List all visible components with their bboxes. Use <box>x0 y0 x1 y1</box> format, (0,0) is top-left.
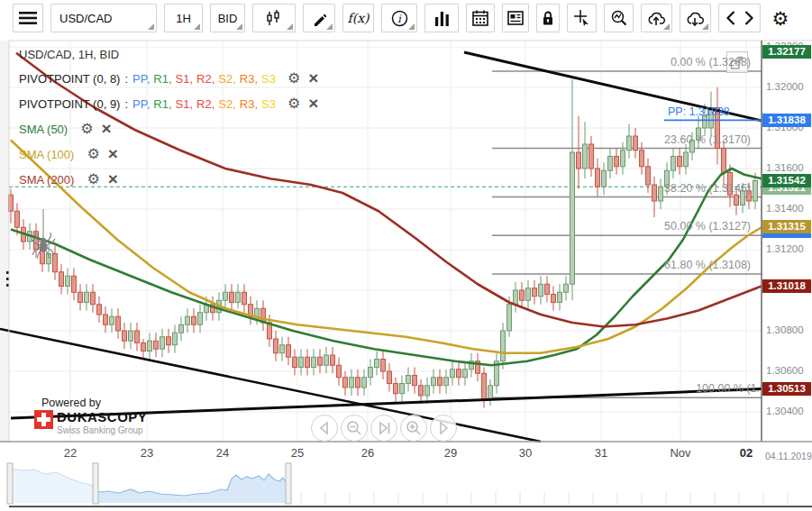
brand-name: DUKASCOPY <box>57 410 147 424</box>
sma100-settings-icon[interactable]: ⚙ <box>87 147 99 161</box>
price-side-label: BID <box>218 12 238 25</box>
dukascopy-chart-app: USD/CAD 1H BID f(x) <box>0 0 812 511</box>
chart-type-candles-icon <box>265 10 283 26</box>
price-axis-label: 1.31200 <box>766 243 804 254</box>
news-icon <box>507 11 524 25</box>
time-axis-label: 22 <box>50 446 90 460</box>
indicator-row-pivot-1: PIVOTPOINT (0, 8) : PP,R1,S1,R2,S2,R3,S3… <box>19 71 318 86</box>
menu-button[interactable] <box>13 4 43 32</box>
chart-type-button[interactable] <box>252 4 296 32</box>
svg-text:i: i <box>397 13 402 25</box>
chart-zoom-icon <box>611 10 627 26</box>
pivot-level-r1: R1, <box>153 72 171 86</box>
indicator-row-sma200: SMA (200) ⚙ × <box>19 172 318 187</box>
cloud-download-button[interactable] <box>680 4 711 32</box>
crosshair-button[interactable] <box>567 4 597 32</box>
calendar-icon <box>472 10 488 26</box>
pivot-level-r1: R1, <box>153 97 171 111</box>
lock-button[interactable] <box>536 4 560 32</box>
price-badge: 1.30513 <box>762 382 811 396</box>
price-axis-label: 1.30800 <box>766 324 804 335</box>
sma200-remove-icon[interactable]: × <box>108 173 118 186</box>
pivot-pp-label: PP: 1.31838 <box>668 105 730 118</box>
sma50-remove-icon[interactable]: × <box>102 123 112 135</box>
price-badge: 1.31838 <box>762 114 811 127</box>
step-back-button[interactable] <box>311 415 338 442</box>
sma200-settings-icon[interactable]: ⚙ <box>87 172 99 187</box>
zoom-out-button[interactable] <box>341 415 368 442</box>
pivot-level-s2: S2, <box>218 97 236 111</box>
settings-gear-icon: ⚙ <box>772 9 789 28</box>
prev-icon[interactable] <box>726 11 735 25</box>
pivot-level-r2: R2, <box>196 72 214 86</box>
pivot-level-s3: S3 <box>261 72 276 86</box>
pivot-levels: PP,R1,S1,R2,S2,R3,S3 <box>132 72 279 86</box>
chart-legend: USD/CAD, 1H, BID PIVOTPOINT (0, 8) : PP,… <box>19 48 318 197</box>
minimap-handle[interactable] <box>93 463 98 504</box>
lock-icon <box>541 10 555 26</box>
minimap-handle[interactable] <box>7 463 13 504</box>
cloud-upload-icon <box>648 11 666 26</box>
pivot1-settings-icon[interactable]: ⚙ <box>287 71 300 86</box>
fib-label: 61.80 % (1.3108) <box>664 259 751 271</box>
time-axis-label: Nov <box>661 446 700 460</box>
time-axis-label: 25 <box>278 446 317 460</box>
time-axis-label: 31 <box>581 446 621 460</box>
indicator-name: SMA (50) <box>19 123 68 136</box>
pivot-levels: PP,R1,S1,R2,S2,R3,S3 <box>132 97 279 111</box>
play-forward-button[interactable] <box>370 415 397 442</box>
fib-label: 38.20 % (1.3146) <box>664 182 751 195</box>
chart-title: USD/CAD, 1H, BID <box>19 48 318 61</box>
function-button[interactable]: f(x) <box>342 4 374 32</box>
price-axis-label: 1.30400 <box>766 406 804 416</box>
price-axis-label: 1.31600 <box>766 162 804 173</box>
cloud-upload-button[interactable] <box>641 4 672 32</box>
info-button[interactable]: i <box>381 4 417 32</box>
pivot2-settings-icon[interactable]: ⚙ <box>287 96 300 111</box>
time-axis-label: 24 <box>203 446 242 460</box>
chart-nav-buttons <box>718 4 761 32</box>
pivot-level-s1: S1, <box>176 72 194 86</box>
sma50-settings-icon[interactable]: ⚙ <box>80 122 93 136</box>
separator: : <box>124 97 128 111</box>
step-back-icon <box>312 415 337 441</box>
period-select[interactable]: 1H <box>164 4 203 32</box>
separator: : <box>124 72 128 86</box>
pivot2-remove-icon[interactable]: × <box>308 97 318 110</box>
draw-button[interactable] <box>303 4 335 32</box>
news-button[interactable] <box>502 4 529 32</box>
cloud-download-icon <box>687 11 705 26</box>
dukascopy-logo: DUKASCOPY Swiss Banking Group <box>34 410 147 435</box>
volume-button[interactable] <box>424 4 459 32</box>
pivot-level-pp: PP, <box>132 72 150 86</box>
fib-label: 23.60 % (1.3170) <box>664 133 751 146</box>
step-forward-icon <box>431 415 456 441</box>
period-label: 1H <box>176 12 191 25</box>
zoom-in-button[interactable] <box>400 415 427 442</box>
pivot1-remove-icon[interactable]: × <box>308 72 318 85</box>
zoom-in-icon <box>401 415 426 441</box>
step-forward-button[interactable] <box>430 415 457 442</box>
volume-bars-icon <box>434 10 450 26</box>
crosshair-pointer-icon <box>574 10 590 26</box>
time-axis-label: 02 <box>726 446 766 460</box>
axis-date-label: 04.11.2019 <box>765 451 812 461</box>
price-axis-label: 1.32000 <box>766 81 804 92</box>
toolbar: USD/CAD 1H BID f(x) <box>0 0 812 37</box>
minimap[interactable] <box>7 463 788 505</box>
fib-label: 0.00 % (1.3208) <box>671 56 751 68</box>
price-badge: 1.31315 <box>762 220 811 233</box>
minimap-handle[interactable] <box>286 463 291 504</box>
pivot-level-r3: R3, <box>240 72 258 86</box>
instrument-select[interactable]: USD/CAD <box>50 4 157 32</box>
draw-pencil-icon <box>312 11 327 26</box>
pivot-level-r2: R2, <box>196 97 214 111</box>
indicator-name: PIVOTPOINT (0, 8) <box>19 72 120 86</box>
price-badge: 1.32177 <box>762 45 811 59</box>
calendar-button[interactable] <box>466 4 495 32</box>
price-side-select[interactable]: BID <box>210 4 245 32</box>
sma100-remove-icon[interactable]: × <box>108 148 118 160</box>
chart-zoom-button[interactable] <box>604 4 634 32</box>
next-icon[interactable] <box>744 11 753 25</box>
settings-button[interactable]: ⚙ <box>768 4 793 32</box>
